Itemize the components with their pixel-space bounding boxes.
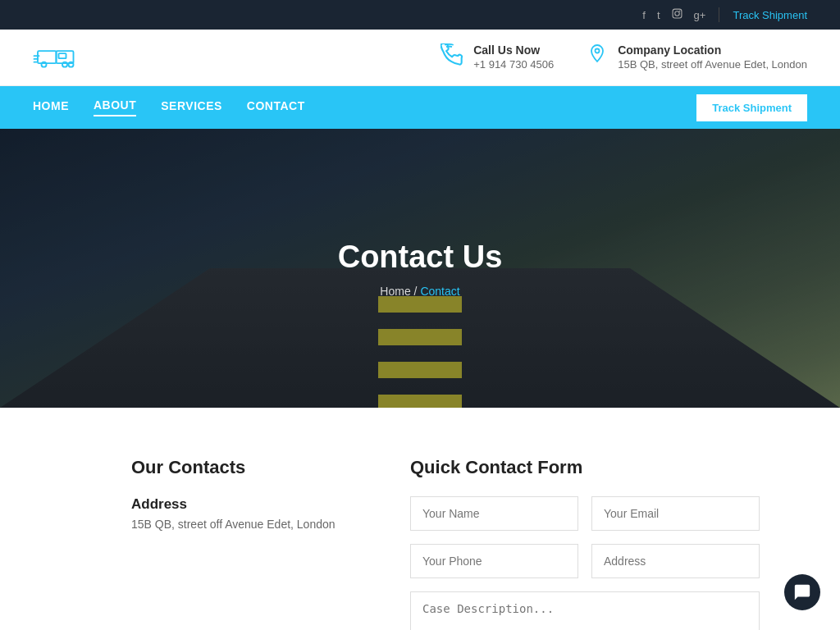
facebook-icon[interactable]: f [642,9,646,21]
top-bar-divider [719,7,719,22]
breadcrumb: Home / Contact [338,285,503,298]
location-label: Company Location [618,43,807,57]
nav-services[interactable]: SERVICES [161,99,222,116]
logo[interactable] [33,41,82,74]
location-contact: Company Location 15B QB, street off Aven… [587,43,807,71]
contacts-title: Our Contacts [131,457,345,478]
top-track-shipment-link[interactable]: Track Shipment [733,9,807,21]
svg-point-8 [69,62,74,67]
call-label: Call Us Now [473,43,554,57]
twitter-icon[interactable]: t [657,9,660,21]
nav-track-button[interactable]: Track Shipment [696,94,807,121]
address-section: Address 15B QB, street off Avenue Edet, … [131,496,345,531]
address-input[interactable] [591,544,760,578]
header-contacts: Call Us Now +1 914 730 4506 Company Loca… [441,43,807,71]
nav-links: HOME ABOUT SERVICES CONTACT [33,98,305,116]
header: Call Us Now +1 914 730 4506 Company Loca… [0,30,840,86]
navbar: HOME ABOUT SERVICES CONTACT Track Shipme… [0,86,840,129]
location-text: Company Location 15B QB, street off Aven… [618,43,807,71]
phone-contact: Call Us Now +1 914 730 4506 [441,43,554,71]
form-row-3 [410,591,760,630]
nav-contact[interactable]: CONTACT [247,99,305,116]
email-input[interactable] [591,496,760,531]
breadcrumb-home[interactable]: Home [380,285,410,298]
hero-content: Contact Us Home / Contact [338,240,503,298]
form-title: Quick Contact Form [410,457,760,478]
svg-rect-4 [38,51,57,63]
location-address: 15B QB, street off Avenue Edet, London [618,58,807,71]
chat-bubble-button[interactable] [784,574,820,610]
social-icons: f t g+ [642,8,705,21]
case-description-textarea[interactable] [410,591,760,630]
svg-point-6 [42,62,47,67]
name-input[interactable] [410,496,578,531]
nav-home[interactable]: HOME [33,99,69,116]
call-number: +1 914 730 4506 [473,58,554,71]
svg-point-12 [596,49,600,53]
hero-section: Contact Us Home / Contact [0,129,840,408]
svg-point-1 [674,11,678,16]
svg-rect-5 [59,53,66,58]
svg-point-2 [678,11,680,12]
googleplus-icon[interactable]: g+ [694,9,706,21]
contact-form-column: Quick Contact Form [410,457,760,630]
form-row-2 [410,544,760,578]
svg-rect-0 [673,9,682,18]
contacts-column: Our Contacts Address 15B QB, street off … [131,457,345,630]
phone-input[interactable] [410,544,578,578]
breadcrumb-current: Contact [420,285,459,298]
hero-title: Contact Us [338,240,503,275]
nav-about[interactable]: ABOUT [94,98,136,116]
form-row-1 [410,496,760,531]
phone-text: Call Us Now +1 914 730 4506 [473,43,554,71]
address-value: 15B QB, street off Avenue Edet, London [131,518,345,531]
phone-icon [441,43,463,71]
svg-point-7 [62,62,67,67]
top-bar: f t g+ Track Shipment [0,0,840,30]
main-content: Our Contacts Address 15B QB, street off … [0,408,840,630]
location-icon [587,43,608,71]
address-label: Address [131,496,345,513]
instagram-icon[interactable] [672,8,682,21]
